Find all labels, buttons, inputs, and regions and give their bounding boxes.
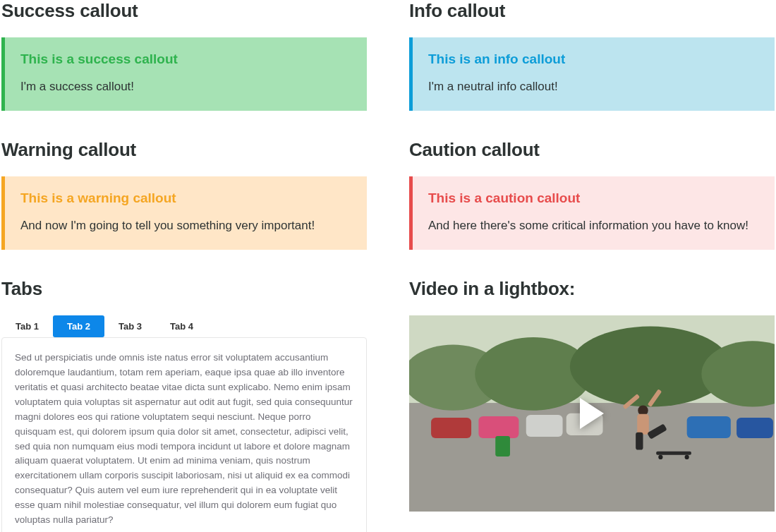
svg-point-20 [658,455,662,459]
warning-heading: Warning callout [1,139,367,161]
svg-rect-6 [431,418,471,438]
warning-callout: This is a warning callout And now I'm go… [1,176,367,250]
tab-bar: Tab 1 Tab 2 Tab 3 Tab 4 [1,315,367,337]
success-section: Success callout This is a success callou… [1,0,367,111]
svg-rect-12 [495,436,510,457]
success-callout: This is a success callout I'm a success … [1,37,367,111]
svg-point-13 [638,405,648,416]
svg-rect-15 [636,433,643,450]
info-heading: Info callout [409,0,775,22]
caution-callout: This is a caution callout And here there… [409,176,775,250]
svg-rect-11 [736,418,773,438]
caution-heading: Caution callout [409,139,775,161]
caution-callout-title: This is a caution callout [428,191,759,206]
warning-callout-body: And now I'm going to tell you something … [20,219,351,233]
info-callout: This is an info callout I'm a neutral in… [409,37,775,111]
caution-callout-body: And here there's some critical informati… [428,219,759,233]
info-callout-title: This is an info callout [428,52,759,67]
video-heading: Video in a lightbox: [409,278,775,300]
tabs-section: Tabs Tab 1 Tab 2 Tab 3 Tab 4 Sed ut pers… [1,278,367,532]
video-lightbox-trigger[interactable] [409,315,775,512]
tabs-heading: Tabs [1,278,367,300]
svg-point-21 [685,455,689,459]
tab-3[interactable]: Tab 3 [104,315,156,337]
tab-1[interactable]: Tab 1 [1,315,53,337]
tab-panel: Sed ut perspiciatis unde omnis iste natu… [1,337,367,532]
video-section: Video in a lightbox: [409,278,775,532]
svg-rect-19 [656,452,691,455]
success-heading: Success callout [1,0,367,22]
svg-rect-14 [637,414,649,435]
info-section: Info callout This is an info callout I'm… [409,0,775,111]
caution-section: Caution callout This is a caution callou… [409,139,775,250]
success-callout-title: This is a success callout [20,52,351,67]
svg-rect-7 [478,416,519,438]
info-callout-body: I'm a neutral info callout! [428,80,759,94]
tab-4[interactable]: Tab 4 [156,315,207,337]
success-callout-body: I'm a success callout! [20,80,351,94]
tab-2[interactable]: Tab 2 [53,315,104,337]
svg-rect-10 [687,416,731,438]
warning-section: Warning callout This is a warning callou… [1,139,367,250]
svg-rect-8 [526,415,563,437]
play-icon [580,398,604,429]
warning-callout-title: This is a warning callout [20,191,351,206]
